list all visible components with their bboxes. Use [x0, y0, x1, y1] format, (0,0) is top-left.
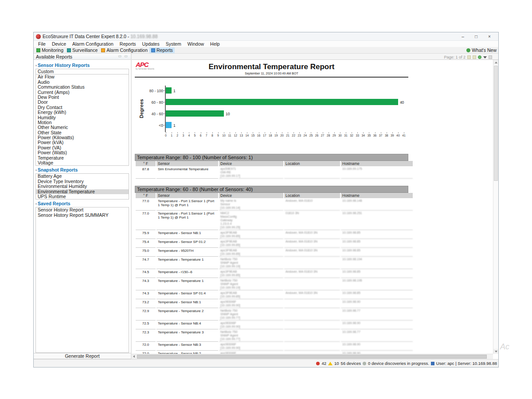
device-line: apc59E971 [220, 167, 282, 171]
list-item-voltage[interactable]: Voltage [36, 160, 129, 165]
cell-device: apc3F9EAB[10.169.99.85] [219, 290, 283, 299]
chart-x-tick [276, 132, 277, 133]
list-item-custom[interactable]: Custom [36, 69, 129, 74]
list-item-audio[interactable]: Audio [36, 80, 129, 85]
list-item-other-state[interactable]: Other State [36, 130, 129, 135]
scroll-down-button[interactable] [493, 349, 498, 354]
cell-device: apc59E971GW-RE[10.169.99.17] [219, 166, 283, 179]
cell-location: Andover, MA 01810 3N [284, 230, 340, 239]
list-item-battery-age[interactable]: Battery Age [36, 174, 129, 179]
perspective-surveillance[interactable]: Surveillance [65, 47, 99, 53]
maximize-button[interactable]: □ [469, 34, 483, 39]
horizontal-scrollbar[interactable] [132, 354, 493, 359]
list-item-other-numeric[interactable]: Other Numeric [36, 125, 129, 130]
list-item-environmental-humidity[interactable]: Environmental Humidity [36, 184, 129, 189]
cell-sensor: Temperature - Port 1:Sensor 1 (Port 1 Te… [156, 198, 218, 211]
list-item-door[interactable]: Door [36, 100, 129, 105]
device-line: [10.169.99.19] [220, 286, 282, 289]
list-item-power-watts[interactable]: Power (Watts) [36, 150, 129, 155]
available-reports-header: Available Reports ▭ ▭ [34, 54, 131, 60]
chart-x-tick [166, 132, 166, 133]
scroll-up-button[interactable] [493, 60, 498, 65]
device-line: Gateway [220, 219, 282, 222]
device-line: [10.169.99.25] [220, 226, 282, 229]
window-controls: – □ × [456, 34, 496, 39]
cell-sensor: Temperature - Port 1:Sensor 1 (Port 1 Te… [156, 211, 218, 230]
list-item-dew-point[interactable]: Dew Point [36, 95, 129, 100]
menu-device[interactable]: Device [49, 41, 69, 47]
chart-x-tick [189, 132, 189, 133]
minimize-button[interactable]: – [456, 34, 469, 39]
app-icon [36, 34, 41, 39]
print-icon[interactable] [473, 55, 476, 59]
report-toolbar: Page: 1 of 2 [444, 55, 498, 59]
list-item-air-flow[interactable]: Air Flow [36, 74, 129, 79]
menu-reports[interactable]: Reports [117, 41, 139, 47]
available-reports-panel: Available Reports ▭ ▭ ▾Sensor History Re… [34, 54, 132, 359]
table-row: 74.5Temperature - r150--6apc3F9EAB[10.16… [136, 269, 413, 278]
cell-location [284, 321, 340, 329]
perspective-alarm-configuration[interactable]: Alarm Configuration [99, 47, 149, 53]
horizontal-scrollbar-thumb[interactable] [137, 355, 487, 359]
list-item-dry-contact[interactable]: Dry Contact [36, 105, 129, 110]
perspective-items: MonitoringSurveillanceAlarm Configuratio… [35, 47, 175, 53]
list-item-motion[interactable]: Motion [36, 120, 129, 125]
cell-temperature: 87.8 [136, 166, 156, 179]
report-options-dropdown-icon[interactable] [483, 56, 487, 59]
vertical-scrollbar-thumb[interactable] [494, 66, 498, 181]
chart-x-tick [235, 132, 236, 133]
list-item-power-kva[interactable]: Power (kVA) [36, 140, 129, 145]
list-item-humidity[interactable]: Humidity [36, 115, 129, 120]
whats-new-link[interactable]: What's New [466, 47, 498, 53]
vertical-scrollbar[interactable] [493, 60, 498, 354]
menu-alarm-configuration[interactable]: Alarm Configuration [69, 41, 117, 47]
cell-device: NetBotz 750SNMP Agent[10.169.99.77] [219, 308, 283, 321]
cell-hostname: 10.169.98.85 [341, 290, 413, 299]
list-item-ups-runtime[interactable]: UPS Runtime [36, 194, 129, 199]
chart-x-tick [404, 132, 404, 133]
list-item-current-amps[interactable]: Current (Amps) [36, 90, 129, 95]
list-item-sensor-history-report[interactable]: Sensor History Report [36, 207, 129, 212]
chart-x-tick [369, 132, 369, 133]
chart-x-tick [346, 132, 346, 133]
menu-updates[interactable]: Updates [139, 41, 163, 47]
list-item-temperature[interactable]: Temperature [36, 156, 129, 160]
panel-minimize-icon[interactable]: ▭ ▭ [118, 54, 129, 59]
refresh-icon[interactable] [478, 55, 481, 59]
list-item-environmental-temperature[interactable]: Environmental Temperature [36, 189, 129, 194]
section-header-snapshot-reports[interactable]: ▾Snapshot Reports [35, 167, 129, 172]
perspective-reports[interactable]: Reports [149, 47, 175, 53]
panel-restore-icon[interactable] [489, 55, 492, 59]
section-header-sensor-history-reports[interactable]: ▾Sensor History Reports [35, 63, 129, 68]
list-item-sensor-history-report-summary[interactable]: Sensor History Report SUMMARY [36, 213, 129, 218]
cell-device: apc3F9EAB[10.169.99.85] [219, 239, 283, 248]
warning-alarm-count: 10 [334, 361, 339, 366]
cell-hostname: 10.169.98.77 [341, 329, 413, 342]
perspective-label: Surveillance [72, 47, 98, 53]
menu-system[interactable]: System [163, 41, 184, 47]
list-item-power-va[interactable]: Power (VA) [36, 145, 129, 150]
table-row: 77.0Temperature - Port 1:Sensor 1 (Port … [136, 211, 413, 230]
cell-temperature: 75.9 [136, 230, 156, 239]
table-row: 75.4Temperature - Sensor SP 01:2apc3F9EA… [136, 239, 413, 248]
section-header-saved-reports[interactable]: ▾Saved Reports [35, 201, 129, 206]
scroll-left-button[interactable] [132, 354, 137, 359]
export-icon[interactable] [467, 55, 471, 59]
list-item-power-kilowatts[interactable]: Power (Kilowatts) [36, 135, 129, 140]
cell-location: Andover, MA 01810 3N [284, 248, 340, 257]
column-header-location: Location [284, 193, 340, 198]
menu-window[interactable]: Window [184, 41, 207, 47]
menu-file[interactable]: File [35, 41, 49, 47]
column-header-hostname: Hostname [341, 193, 413, 198]
menu-help[interactable]: Help [207, 41, 223, 47]
cell-hostname: 10.169.98.85 [341, 269, 413, 278]
cell-device: apc3F9EAB[10.169.99.85] [219, 269, 283, 278]
list-item-device-type-inventory[interactable]: Device Type Inventory [36, 179, 129, 184]
close-button[interactable]: × [483, 34, 496, 39]
cell-temperature: 74.7 [136, 257, 156, 269]
perspective-monitoring[interactable]: Monitoring [35, 47, 65, 53]
list-item-energy-kwh[interactable]: Energy (kWh) [36, 110, 129, 115]
generate-report-button[interactable]: Generate Report [34, 353, 131, 359]
table-header-row: ° FSensorDeviceLocationHostname [136, 161, 413, 166]
list-item-communication-status[interactable]: Communication Status [36, 85, 129, 90]
